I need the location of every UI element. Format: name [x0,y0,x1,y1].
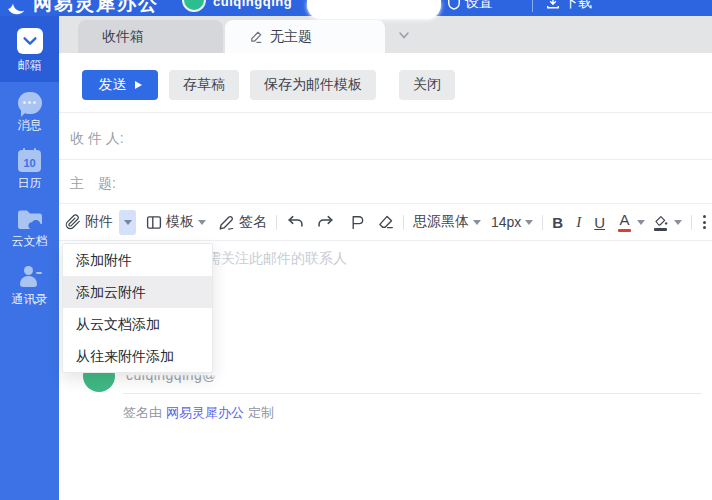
save-draft-button[interactable]: 存草稿 [169,70,239,100]
template-label: 模板 [166,213,194,231]
send-label: 发送 [99,76,127,94]
format-painter-icon[interactable] [348,214,364,230]
app-window: 网易灵犀办公 cuiqingqing 设置 下载 邮箱 消息 [0,0,712,500]
compose-panel: 发送 存草稿 保存为邮件模板 关闭 收 件 人: 主 题: 附件 [59,53,712,500]
template-button[interactable]: 模板 [146,213,206,231]
chat-icon [18,92,42,114]
editor-toolbar: 附件 模板 签名 [59,204,712,240]
chevron-down-icon[interactable] [637,220,645,229]
tab-compose-active[interactable]: 无主题 [225,20,385,53]
signature-divider [123,393,702,394]
download-button[interactable]: 下载 [564,0,592,12]
font-size-value: 14px [491,214,521,230]
sidebar-item-clouddocs[interactable]: 云文档 [0,198,59,256]
menu-item-add-from-history[interactable]: 从往来附件添加 [63,340,212,372]
chevron-down-icon [473,220,481,229]
menu-item-add-attachment[interactable]: 添加附件 [63,244,212,276]
save-as-template-button[interactable]: 保存为邮件模板 [250,70,376,100]
signature-footer: 签名由网易灵犀办公定制 [123,404,274,422]
sidebar-item-label: 云文档 [12,235,48,247]
underline-button[interactable]: U [594,215,605,230]
toolbar-divider [542,215,543,230]
sidebar-item-calendar[interactable]: 10 日历 [0,140,59,198]
send-button[interactable]: 发送 [82,70,158,100]
username-label[interactable]: cuiqingqing [213,0,292,9]
tab-inbox[interactable]: 收件箱 [78,20,223,53]
cloud-folder-icon [17,208,43,230]
font-family-value: 思源黑体 [413,213,469,231]
lingxi-office-link[interactable]: 网易灵犀办公 [166,405,244,420]
editor-placeholder: 需关注此邮件的联系人 [207,250,347,268]
user-avatar[interactable] [182,0,206,12]
font-color-button[interactable]: A [618,212,631,232]
italic-button[interactable]: I [576,215,581,230]
app-sidebar: 邮箱 消息 10 日历 云文档 [0,16,59,500]
toolbar-divider [276,215,277,230]
signature-footer-suffix: 定制 [248,405,274,420]
font-color-letter: A [620,212,630,227]
divider [59,159,712,160]
topbar-divider [532,0,533,12]
font-size-select[interactable]: 14px [491,214,533,230]
undo-icon[interactable] [286,214,304,230]
redaction-blur [307,0,441,19]
redo-icon[interactable] [317,214,335,230]
to-field[interactable]: 收 件 人: [70,130,124,146]
more-options-icon[interactable] [703,215,706,229]
clear-format-icon[interactable] [377,214,394,230]
chevron-down-icon [198,220,206,229]
menu-item-add-cloud-attachment[interactable]: 添加云附件 [63,276,212,308]
divider [59,240,712,241]
fill-color-icon [653,214,668,226]
bold-button[interactable]: B [552,215,563,230]
chevron-down-icon [124,220,132,229]
redaction-blur [215,350,433,388]
chevron-down-icon[interactable] [674,220,682,229]
close-button[interactable]: 关闭 [399,70,455,100]
sidebar-item-mail[interactable]: 邮箱 [0,16,59,82]
calendar-icon: 10 [18,150,41,172]
attachment-dropdown-open[interactable] [119,210,136,235]
template-icon [146,215,162,230]
mail-icon [17,28,43,54]
paperclip-icon [65,214,81,230]
attachment-button[interactable]: 附件 [65,210,136,235]
signature-label: 签名 [239,213,267,231]
fill-color-swatch [654,228,667,231]
settings-button[interactable]: 设置 [465,0,493,12]
divider [59,112,712,113]
edit-pencil-icon [249,30,263,44]
signature-button[interactable]: 签名 [218,213,267,231]
menu-item-add-from-clouddocs[interactable]: 从云文档添加 [63,308,212,340]
toolbar-divider [403,215,404,230]
chevron-down-icon[interactable] [397,29,411,41]
subject-field[interactable]: 主 题: [70,175,116,191]
contacts-icon [18,266,42,288]
sidebar-item-messages[interactable]: 消息 [0,82,59,140]
attachment-label: 附件 [85,213,113,231]
sidebar-item-contacts[interactable]: 通讯录 [0,256,59,314]
calendar-day-badge: 10 [23,154,35,172]
sidebar-item-label: 通讯录 [12,293,48,305]
sidebar-item-label: 邮箱 [18,59,42,71]
sidebar-item-label: 日历 [18,177,42,189]
font-family-select[interactable]: 思源黑体 [413,213,481,231]
attachment-dropdown-menu: 添加附件 添加云附件 从云文档添加 从往来附件添加 [62,243,213,373]
close-label: 关闭 [413,76,441,94]
save-as-template-label: 保存为邮件模板 [264,76,362,94]
font-color-swatch [618,229,631,232]
compose-actions: 发送 存草稿 保存为邮件模板 关闭 [82,70,455,100]
signature-pen-icon [218,215,235,230]
tab-label: 收件箱 [102,28,144,46]
sidebar-item-label: 消息 [18,119,42,131]
save-draft-label: 存草稿 [183,76,225,94]
signature-footer-prefix: 签名由 [123,405,162,420]
app-title: 网易灵犀办公 [33,0,159,16]
chevron-down-icon [525,220,533,229]
fill-color-button[interactable] [653,214,668,231]
toolbar-divider [691,215,692,230]
send-icon [135,81,142,89]
tab-label: 无主题 [270,28,312,46]
tab-bar: 收件箱 无主题 [59,16,712,53]
